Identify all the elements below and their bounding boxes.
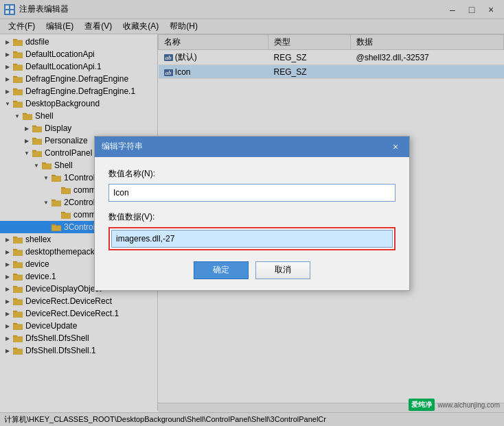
- watermark: 爱纯净 www.aichunjing.com: [409, 399, 500, 411]
- dialog-data-label: 数值数据(V):: [108, 211, 396, 223]
- dialog-title: 编辑字符串: [102, 141, 143, 152]
- dialog-name-input[interactable]: [108, 184, 396, 202]
- dialog-buttons: 确定 取消: [108, 261, 396, 279]
- dialog-ok-button[interactable]: 确定: [194, 261, 249, 279]
- dialog-data-input[interactable]: [111, 230, 393, 248]
- dialog-name-label: 数值名称(N):: [108, 168, 396, 180]
- dialog-overlay: 编辑字符串 × 数值名称(N): 数值数据(V): 确定 取消: [0, 0, 504, 426]
- watermark-url: www.aichunjing.com: [437, 401, 500, 409]
- edit-string-dialog: 编辑字符串 × 数值名称(N): 数值数据(V): 确定 取消: [94, 136, 410, 291]
- dialog-titlebar: 编辑字符串 ×: [95, 137, 409, 157]
- watermark-logo: 爱纯净: [409, 399, 435, 411]
- dialog-body: 数值名称(N): 数值数据(V): 确定 取消: [95, 157, 409, 290]
- dialog-close-button[interactable]: ×: [389, 140, 402, 154]
- dialog-cancel-button[interactable]: 取消: [255, 261, 310, 279]
- dialog-value-box: [108, 227, 396, 250]
